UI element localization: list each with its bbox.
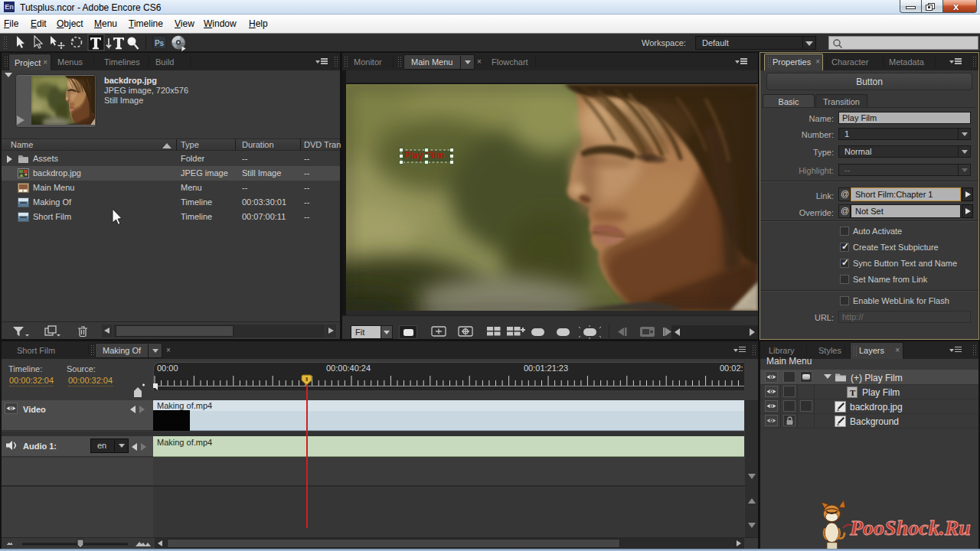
svg-text:PooShock.Ru: PooShock.Ru [849, 516, 971, 540]
svg-text:Ps: Ps [155, 39, 165, 47]
